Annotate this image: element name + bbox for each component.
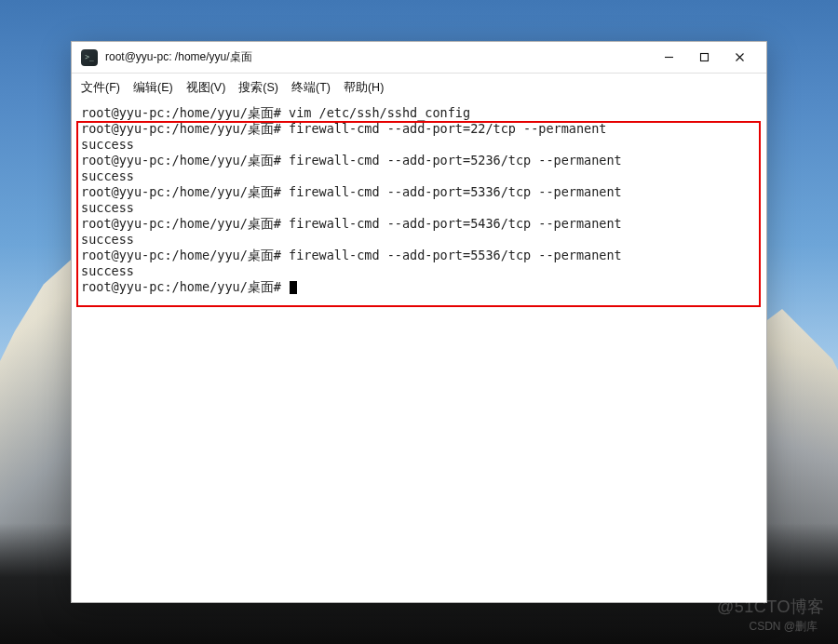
window-title: root@yyu-pc: /home/yyu/桌面 bbox=[105, 49, 651, 65]
terminal-line: root@yyu-pc:/home/yyu/桌面# firewall-cmd -… bbox=[81, 153, 757, 168]
watermark-51cto: @51CTO博客 bbox=[717, 596, 825, 618]
menu-edit[interactable]: 编辑(E) bbox=[133, 80, 173, 96]
terminal-line: root@yyu-pc:/home/yyu/桌面# firewall-cmd -… bbox=[81, 216, 757, 232]
window-controls bbox=[651, 45, 757, 71]
close-button[interactable] bbox=[722, 45, 757, 71]
menu-view[interactable]: 视图(V) bbox=[186, 80, 226, 96]
terminal-line: root@yyu-pc:/home/yyu/桌面# firewall-cmd -… bbox=[81, 248, 757, 263]
terminal-app-icon bbox=[81, 49, 98, 66]
window-titlebar[interactable]: root@yyu-pc: /home/yyu/桌面 bbox=[72, 42, 766, 74]
menu-terminal[interactable]: 终端(T) bbox=[291, 80, 331, 96]
cursor-icon bbox=[290, 281, 297, 294]
terminal-prompt-line: root@yyu-pc:/home/yyu/桌面# bbox=[81, 279, 757, 295]
terminal-line: root@yyu-pc:/home/yyu/桌面# firewall-cmd -… bbox=[81, 184, 757, 200]
maximize-icon bbox=[699, 52, 710, 62]
terminal-line: root@yyu-pc:/home/yyu/桌面# firewall-cmd -… bbox=[81, 121, 757, 137]
menu-file[interactable]: 文件(F) bbox=[81, 80, 120, 96]
minimize-icon bbox=[664, 52, 674, 62]
terminal-body[interactable]: root@yyu-pc:/home/yyu/桌面# vim /etc/ssh/s… bbox=[72, 101, 766, 602]
terminal-line: root@yyu-pc:/home/yyu/桌面# vim /etc/ssh/s… bbox=[81, 105, 757, 121]
svg-rect-0 bbox=[700, 54, 708, 61]
menubar: 文件(F) 编辑(E) 视图(V) 搜索(S) 终端(T) 帮助(H) bbox=[72, 74, 766, 101]
terminal-line: success bbox=[81, 232, 757, 248]
terminal-line: success bbox=[81, 263, 757, 279]
terminal-window: root@yyu-pc: /home/yyu/桌面 文件(F) 编辑(E) 视图… bbox=[71, 41, 767, 603]
terminal-line: success bbox=[81, 137, 757, 153]
close-icon bbox=[735, 52, 745, 62]
terminal-line: success bbox=[81, 200, 757, 216]
terminal-prompt: root@yyu-pc:/home/yyu/桌面# bbox=[81, 279, 289, 294]
terminal-line: success bbox=[81, 168, 757, 184]
watermark-csdn: CSDN @删库 bbox=[749, 619, 818, 635]
menu-help[interactable]: 帮助(H) bbox=[344, 80, 384, 96]
maximize-button[interactable] bbox=[686, 45, 722, 71]
minimize-button[interactable] bbox=[651, 45, 686, 71]
menu-search[interactable]: 搜索(S) bbox=[238, 80, 278, 96]
